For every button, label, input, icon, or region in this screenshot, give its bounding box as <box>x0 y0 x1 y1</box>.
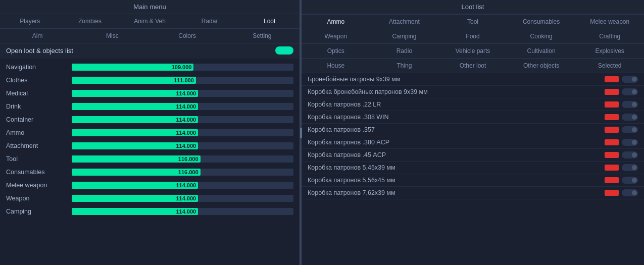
open-loot-toggle[interactable] <box>275 46 293 55</box>
main-tab-loot[interactable]: Loot <box>239 14 300 28</box>
item-toggle[interactable] <box>622 126 638 133</box>
loot-tab-weapon[interactable]: Weapon <box>302 29 370 43</box>
slider-container[interactable]: 116.000 <box>72 168 293 177</box>
loot-item-row[interactable]: Коробка патронов 7,62x39 мм <box>302 187 644 199</box>
sliders-area: Navigation109.000Clothes111.000Medical11… <box>0 59 300 265</box>
loot-item-controls <box>605 151 638 158</box>
slider-container[interactable]: 111.000 <box>72 76 293 85</box>
slider-container[interactable]: 114.000 <box>72 89 293 98</box>
slider-value: 116.000 <box>178 169 199 175</box>
red-indicator <box>605 114 619 120</box>
main-tab-anim-&-veh[interactable]: Anim & Veh <box>120 14 180 28</box>
slider-fill: 116.000 <box>72 155 201 163</box>
loot-tab-consumables[interactable]: Consumables <box>507 15 576 29</box>
slider-value: 114.000 <box>176 182 196 188</box>
slider-row: Tool116.000 <box>0 152 300 166</box>
loot-tab-cultivation[interactable]: Cultivation <box>507 44 576 58</box>
loot-tab-cooking[interactable]: Cooking <box>507 29 576 43</box>
item-toggle[interactable] <box>622 76 638 83</box>
loot-tab-house[interactable]: House <box>302 59 370 73</box>
item-toggle[interactable] <box>622 164 638 171</box>
loot-item-row[interactable]: Коробка патронов .22 LR <box>302 98 644 111</box>
loot-tab-selected[interactable]: Selected <box>575 59 644 73</box>
slider-value: 114.000 <box>176 90 196 96</box>
loot-item-row[interactable]: Коробка патронов .357 <box>302 124 644 136</box>
loot-item-controls <box>605 76 638 83</box>
loot-tab-ammo[interactable]: Ammo <box>302 15 370 29</box>
loot-tab-radio[interactable]: Radio <box>370 44 439 58</box>
loot-item-controls <box>605 189 638 196</box>
loot-tab-optics[interactable]: Optics <box>302 44 370 58</box>
loot-item-row[interactable]: Коробка патронов 5,56x45 мм <box>302 174 644 187</box>
slider-row: Consumables116.000 <box>0 166 300 179</box>
right-panel-title: Loot list <box>302 0 644 14</box>
loot-tab-attachment[interactable]: Attachment <box>370 15 439 29</box>
loot-item-row[interactable]: Коробка бронебойных патронов 9x39 мм <box>302 86 644 98</box>
slider-container[interactable]: 114.000 <box>72 102 293 111</box>
slider-row: Drink114.000 <box>0 100 300 113</box>
slider-track: 116.000 <box>72 155 293 163</box>
slider-fill: 111.000 <box>72 77 196 84</box>
sub-tab-misc[interactable]: Misc <box>75 29 150 43</box>
loot-item-row[interactable]: Бронебойные патроны 9x39 мм <box>302 73 644 86</box>
main-tab-zombies[interactable]: Zombies <box>60 14 120 28</box>
loot-tab-other-loot[interactable]: Other loot <box>438 59 507 73</box>
loot-item-name: Коробка патронов .357 <box>308 126 375 133</box>
sub-tab-colors[interactable]: Colors <box>150 29 225 43</box>
slider-fill: 114.000 <box>72 142 198 149</box>
loot-item-controls <box>605 114 638 121</box>
loot-item-controls <box>605 164 638 171</box>
loot-tab-tool[interactable]: Tool <box>438 15 507 29</box>
slider-label: Tool <box>6 155 72 163</box>
loot-item-name: Коробка патронов .22 LR <box>308 101 381 108</box>
slider-row: Attachment114.000 <box>0 139 300 152</box>
loot-item-controls <box>605 101 638 108</box>
item-toggle[interactable] <box>622 189 638 196</box>
red-indicator <box>605 165 619 171</box>
loot-item-controls <box>605 126 638 133</box>
slider-container[interactable]: 114.000 <box>72 115 293 124</box>
loot-item-controls <box>605 139 638 146</box>
loot-tab-explosives[interactable]: Explosives <box>575 44 644 58</box>
loot-item-controls <box>605 177 638 184</box>
main-tab-players[interactable]: Players <box>0 14 60 28</box>
item-toggle[interactable] <box>622 88 638 95</box>
item-toggle[interactable] <box>622 139 638 146</box>
item-toggle[interactable] <box>622 151 638 158</box>
sub-tab-aim[interactable]: Aim <box>0 29 75 43</box>
slider-label: Navigation <box>6 64 72 71</box>
sub-tab-setting[interactable]: Setting <box>225 29 300 43</box>
item-toggle[interactable] <box>622 101 638 108</box>
loot-tab-food[interactable]: Food <box>438 29 507 43</box>
loot-tabs-row5: HouseThingOther lootOther objectsSelecte… <box>302 59 644 73</box>
loot-tab-thing[interactable]: Thing <box>370 59 439 73</box>
loot-tab-other-objects[interactable]: Other objects <box>507 59 576 73</box>
slider-container[interactable]: 114.000 <box>72 141 293 150</box>
slider-track: 109.000 <box>72 64 293 71</box>
loot-item-name: Коробка патронов .45 ACP <box>308 151 386 158</box>
item-toggle[interactable] <box>622 177 638 184</box>
slider-label: Weapon <box>6 195 72 202</box>
red-indicator <box>605 190 619 196</box>
loot-item-row[interactable]: Коробка патронов .45 ACP <box>302 149 644 162</box>
slider-container[interactable]: 114.000 <box>72 181 293 190</box>
slider-container[interactable]: 116.000 <box>72 154 293 164</box>
slider-value: 114.000 <box>176 103 196 110</box>
slider-container[interactable]: 114.000 <box>72 128 293 137</box>
slider-track: 114.000 <box>72 90 293 97</box>
loot-item-row[interactable]: Коробка патронов .308 WIN <box>302 111 644 124</box>
loot-item-row[interactable]: Коробка патронов 5,45x39 мм <box>302 162 644 174</box>
slider-row: Camping114.000 <box>0 205 300 218</box>
left-panel: Main menu PlayersZombiesAnim & VehRadarL… <box>0 0 301 265</box>
loot-tab-melee-weapon[interactable]: Melee weapon <box>575 15 644 29</box>
loot-tab-vehicle-parts[interactable]: Vehicle parts <box>438 44 507 58</box>
slider-row: Ammo114.000 <box>0 126 300 139</box>
slider-container[interactable]: 114.000 <box>72 207 293 216</box>
loot-tab-crafting[interactable]: Crafting <box>575 29 644 43</box>
loot-tab-camping[interactable]: Camping <box>370 29 439 43</box>
main-tab-radar[interactable]: Radar <box>180 14 240 28</box>
slider-container[interactable]: 114.000 <box>72 194 293 203</box>
slider-container[interactable]: 109.000 <box>72 63 293 72</box>
loot-item-row[interactable]: Коробка патронов .380 ACP <box>302 136 644 149</box>
item-toggle[interactable] <box>622 114 638 121</box>
